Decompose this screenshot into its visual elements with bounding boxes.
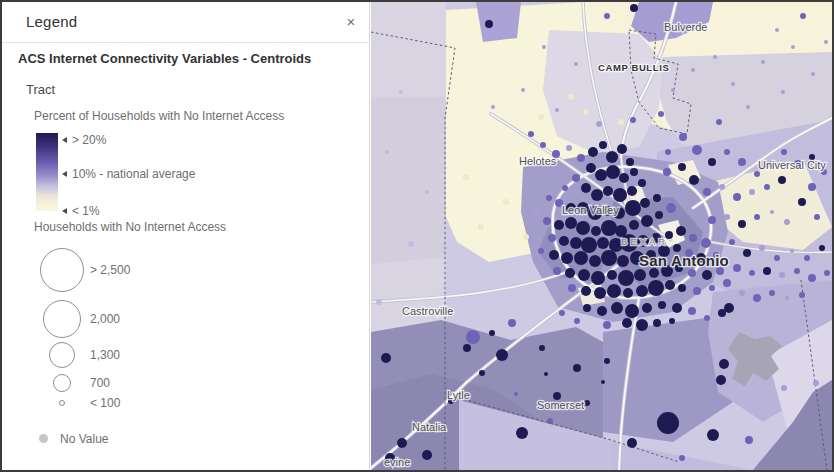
centroid-dot[interactable] — [703, 188, 711, 196]
centroid-dot[interactable] — [577, 154, 585, 162]
centroid-dot[interactable] — [634, 269, 646, 281]
centroid-dot[interactable] — [731, 82, 735, 86]
centroid-dot[interactable] — [738, 158, 746, 166]
centroid-dot[interactable] — [589, 255, 601, 267]
centroid-dot[interactable] — [653, 319, 661, 327]
centroid-dot[interactable] — [688, 307, 696, 315]
centroid-dot[interactable] — [627, 186, 637, 196]
centroid-dot[interactable] — [808, 183, 816, 191]
centroid-dot[interactable] — [764, 184, 770, 190]
centroid-dot[interactable] — [549, 250, 559, 260]
centroid-dot[interactable] — [770, 210, 774, 214]
centroid-dot[interactable] — [671, 88, 675, 92]
centroid-dot[interactable] — [824, 270, 830, 276]
centroid-dot[interactable] — [538, 114, 544, 120]
centroid-dot[interactable] — [565, 217, 577, 229]
centroid-dot[interactable] — [754, 171, 760, 177]
centroid-dot[interactable] — [570, 237, 582, 249]
centroid-dot[interactable] — [478, 224, 484, 230]
centroid-dot[interactable] — [562, 185, 568, 191]
centroid-dot[interactable] — [781, 149, 787, 155]
centroid-dot[interactable] — [604, 358, 610, 364]
centroid-dot[interactable] — [713, 55, 717, 59]
centroid-dot[interactable] — [425, 190, 429, 194]
centroid-dot[interactable] — [581, 237, 597, 253]
centroid-dot[interactable] — [581, 286, 591, 296]
centroid-dot[interactable] — [538, 248, 544, 254]
centroid-dot[interactable] — [733, 193, 741, 201]
centroid-dot[interactable] — [743, 249, 751, 257]
centroid-dot[interactable] — [753, 294, 761, 302]
centroid-dot[interactable] — [523, 234, 529, 240]
centroid-dot[interactable] — [719, 359, 729, 369]
centroid-dot[interactable] — [638, 179, 646, 187]
centroid-dot[interactable] — [738, 220, 746, 228]
centroid-dot[interactable] — [655, 211, 663, 219]
centroid-dot[interactable] — [673, 244, 681, 252]
centroid-dot[interactable] — [623, 288, 633, 298]
centroid-dot[interactable] — [514, 392, 518, 396]
centroid-dot[interactable] — [611, 302, 623, 314]
centroid-dot[interactable] — [630, 117, 636, 123]
map-canvas[interactable]: BulverdeCAMP BULLISHelotesUniversal City… — [371, 2, 832, 470]
centroid-dot[interactable] — [597, 306, 607, 316]
centroid-dot[interactable] — [574, 62, 578, 66]
centroid-dot[interactable] — [503, 199, 509, 205]
centroid-dot[interactable] — [559, 236, 569, 246]
centroid-dot[interactable] — [606, 151, 618, 163]
centroid-dot[interactable] — [521, 88, 525, 92]
centroid-dot[interactable] — [539, 345, 545, 351]
centroid-dot[interactable] — [385, 150, 389, 154]
centroid-dot[interactable] — [676, 226, 686, 236]
centroid-dot[interactable] — [376, 299, 382, 305]
centroid-dot[interactable] — [716, 119, 722, 125]
centroid-dot[interactable] — [553, 267, 561, 275]
centroid-dot[interactable] — [708, 158, 716, 166]
centroid-dot[interactable] — [719, 184, 725, 190]
centroid-dot[interactable] — [678, 163, 686, 171]
centroid-dot[interactable] — [408, 241, 414, 247]
centroid-dot[interactable] — [617, 255, 629, 267]
centroid-dot[interactable] — [790, 249, 794, 253]
centroid-dot[interactable] — [672, 303, 682, 313]
centroid-dot[interactable] — [568, 94, 574, 100]
centroid-dot[interactable] — [791, 45, 795, 49]
centroid-dot[interactable] — [601, 250, 617, 266]
centroid-dot[interactable] — [808, 274, 816, 282]
centroid-dot[interactable] — [692, 145, 702, 155]
centroid-dot[interactable] — [572, 174, 580, 182]
centroid-dot[interactable] — [701, 238, 711, 248]
centroid-dot[interactable] — [649, 268, 659, 278]
centroid-dot[interactable] — [607, 284, 621, 298]
centroid-dot[interactable] — [688, 269, 696, 277]
centroid-dot[interactable] — [707, 429, 719, 441]
centroid-dot[interactable] — [665, 149, 671, 155]
centroid-dot[interactable] — [543, 217, 551, 225]
centroid-dot[interactable] — [813, 380, 819, 386]
centroid-dot[interactable] — [702, 270, 712, 280]
centroid-dot[interactable] — [769, 290, 775, 296]
centroid-dot[interactable] — [739, 290, 745, 296]
centroid-dot[interactable] — [574, 251, 588, 265]
centroid-dot[interactable] — [586, 163, 596, 173]
centroid-dot[interactable] — [597, 237, 609, 249]
centroid-dot[interactable] — [591, 226, 601, 236]
centroid-dot[interactable] — [693, 287, 701, 295]
centroid-dot[interactable] — [775, 28, 779, 32]
centroid-dot[interactable] — [689, 175, 699, 185]
centroid-dot[interactable] — [781, 385, 787, 391]
centroid-dot[interactable] — [745, 436, 753, 444]
centroid-dot[interactable] — [603, 186, 613, 196]
centroid-dot[interactable] — [708, 216, 716, 224]
centroid-dot[interactable] — [588, 147, 598, 157]
map-svg[interactable]: BulverdeCAMP BULLISHelotesUniversal City… — [371, 2, 832, 470]
centroid-dot[interactable] — [663, 168, 671, 176]
centroid-dot[interactable] — [559, 310, 565, 316]
centroid-dot[interactable] — [798, 198, 806, 206]
centroid-dot[interactable] — [583, 304, 591, 312]
centroid-dot[interactable] — [763, 267, 771, 275]
centroid-dot[interactable] — [729, 239, 735, 245]
centroid-dot[interactable] — [466, 330, 480, 344]
centroid-dot[interactable] — [733, 264, 741, 272]
centroid-dot[interactable] — [641, 215, 653, 227]
